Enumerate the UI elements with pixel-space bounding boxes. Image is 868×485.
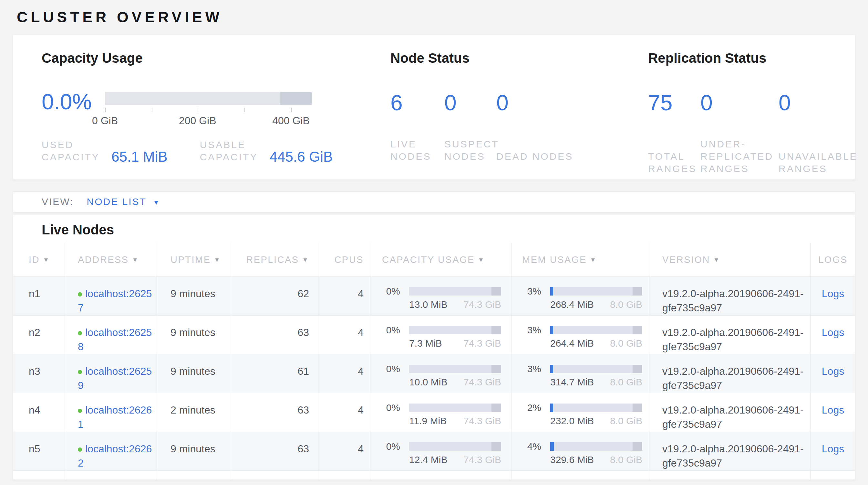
node-status-panel: Node Status 6 0 0 LIVE NODES SUSPECT NOD… bbox=[391, 50, 648, 179]
view-dropdown-value[interactable]: NODE LIST bbox=[87, 196, 146, 207]
node-logs-cell: Logs bbox=[810, 393, 855, 432]
column-header-address[interactable]: ADDRESS▼ bbox=[65, 243, 157, 277]
node-version: v19.2.0-alpha.20190606-2491-gfe735c9a97 bbox=[649, 316, 810, 354]
node-uptime: 9 minutes bbox=[157, 354, 232, 393]
column-header-mem-usage[interactable]: MEM USAGE▼ bbox=[511, 243, 649, 277]
node-uptime: 2 minutes bbox=[157, 393, 232, 432]
mem-usage-cell: 4%329.6 MiB8.0 GiB bbox=[511, 432, 649, 470]
capacity-gauge-reserved-segment bbox=[280, 92, 312, 105]
logs-link[interactable]: Logs bbox=[822, 443, 844, 455]
memory-bar bbox=[550, 326, 642, 334]
capacity-values: 12.4 MiB74.3 GiB bbox=[409, 455, 501, 465]
node-address-cell: localhost:26258 bbox=[65, 316, 157, 354]
column-header-replicas[interactable]: REPLICAS▼ bbox=[232, 243, 318, 277]
node-address-link[interactable]: localhost:26261 bbox=[78, 404, 152, 430]
chevron-down-icon[interactable]: ▼ bbox=[153, 199, 159, 206]
capacity-meter: 0%13.0 MiB74.3 GiB bbox=[382, 287, 511, 310]
capacity-bar-end-segment bbox=[492, 326, 501, 334]
table-header-row: ID▼ADDRESS▼UPTIME▼REPLICAS▼CPUSCAPACITY … bbox=[13, 243, 855, 277]
node-status-title: Node Status bbox=[391, 50, 648, 66]
view-dropdown[interactable]: NODE LIST ▼ bbox=[87, 196, 159, 207]
capacity-bar bbox=[409, 287, 501, 295]
live-status-dot-icon bbox=[78, 409, 82, 413]
column-header-label: ID bbox=[29, 254, 40, 265]
used-capacity-label: USED CAPACITY bbox=[42, 139, 103, 163]
sort-caret-icon: ▼ bbox=[478, 256, 485, 263]
column-header-label: CPUS bbox=[334, 254, 364, 265]
capacity-percent: 0% bbox=[382, 403, 400, 412]
memory-meter: 3%268.4 MiB8.0 GiB bbox=[523, 287, 649, 310]
table-row-n4: n4localhost:262612 minutes6340%11.9 MiB7… bbox=[13, 393, 855, 432]
capacity-usage-cell: 0%12.4 MiB74.3 GiB bbox=[370, 432, 511, 470]
usable-capacity-value: 445.6 GiB bbox=[270, 150, 333, 164]
capacity-percent: 0% bbox=[382, 326, 400, 334]
column-header-label: MEM USAGE bbox=[522, 254, 587, 265]
node-cpus: 4 bbox=[318, 277, 370, 315]
memory-meter: 3%264.4 MiB8.0 GiB bbox=[523, 326, 649, 348]
memory-values: 329.6 MiB8.0 GiB bbox=[550, 455, 642, 465]
capacity-bar-end-segment bbox=[492, 365, 501, 373]
view-label: VIEW: bbox=[42, 196, 73, 207]
memory-bar bbox=[550, 365, 642, 373]
replication-status-panel: Replication Status 75 0 0 TOTAL RANGES U… bbox=[648, 50, 868, 179]
memory-used-value: 232.0 MiB bbox=[550, 416, 594, 426]
node-uptime: 9 minutes bbox=[157, 277, 232, 315]
node-uptime: 9 minutes bbox=[157, 316, 232, 354]
sort-caret-icon: ▼ bbox=[590, 256, 597, 263]
node-version: v19.2.0-alpha.20190606-2491-gfe735c9a97 bbox=[649, 277, 810, 315]
node-address-link[interactable]: localhost:26259 bbox=[78, 365, 152, 391]
memory-bar bbox=[550, 442, 642, 451]
capacity-percent: 0% bbox=[382, 287, 400, 295]
logs-link[interactable]: Logs bbox=[822, 326, 844, 338]
mem-usage-cell: 3%264.4 MiB8.0 GiB bbox=[511, 316, 649, 354]
node-address-link[interactable]: localhost:26257 bbox=[78, 288, 152, 314]
column-header-cpus: CPUS bbox=[318, 243, 370, 277]
column-header-version[interactable]: VERSION▼ bbox=[649, 243, 810, 277]
node-id: n3 bbox=[13, 354, 65, 393]
logs-link[interactable]: Logs bbox=[822, 404, 844, 416]
capacity-meter: 0%7.3 MiB74.3 GiB bbox=[382, 326, 511, 348]
dead-nodes-label: DEAD NODES bbox=[496, 150, 574, 163]
node-id: n4 bbox=[13, 393, 65, 432]
column-header-id[interactable]: ID▼ bbox=[13, 243, 65, 277]
sort-caret-icon: ▼ bbox=[132, 256, 139, 263]
node-address-cell: localhost:26259 bbox=[65, 354, 157, 393]
node-version: v19.2.0-alpha.20190606-2491-gfe735c9a97 bbox=[649, 354, 810, 393]
memory-total-value: 8.0 GiB bbox=[610, 338, 642, 348]
memory-total-value: 8.0 GiB bbox=[610, 299, 642, 310]
node-logs-cell: Logs bbox=[810, 432, 855, 470]
column-header-capacity-usage[interactable]: CAPACITY USAGE▼ bbox=[370, 243, 511, 277]
capacity-bar bbox=[409, 442, 501, 451]
node-address-cell: localhost:26262 bbox=[65, 432, 157, 470]
live-nodes-label: LIVE NODES bbox=[391, 138, 444, 163]
memory-bar-used-segment bbox=[550, 326, 553, 334]
logs-link[interactable]: Logs bbox=[822, 288, 844, 299]
memory-total-value: 8.0 GiB bbox=[610, 455, 642, 465]
node-id: n1 bbox=[13, 277, 65, 315]
column-header-label: ADDRESS bbox=[78, 254, 129, 265]
live-nodes-heading: Live Nodes bbox=[42, 222, 855, 238]
live-status-dot-icon bbox=[78, 370, 82, 374]
table-row-n1: n1localhost:262579 minutes6240%13.0 MiB7… bbox=[13, 277, 855, 315]
capacity-gauge: 0 GiB 200 GiB 400 GiB bbox=[105, 92, 312, 125]
node-address-link[interactable]: localhost:26258 bbox=[78, 326, 152, 352]
used-capacity-value: 65.1 MiB bbox=[112, 150, 167, 164]
capacity-usage-panel: Capacity Usage 0.0% 0 GiB 20 bbox=[42, 50, 391, 179]
capacity-meter: 0%10.0 MiB74.3 GiB bbox=[382, 365, 511, 387]
node-logs-cell: Logs bbox=[810, 277, 855, 315]
logs-link[interactable]: Logs bbox=[822, 365, 844, 377]
replication-status-title: Replication Status bbox=[648, 50, 868, 66]
memory-percent: 4% bbox=[523, 442, 541, 451]
node-address-link[interactable]: localhost:26262 bbox=[78, 443, 152, 469]
capacity-bar bbox=[409, 403, 501, 412]
column-header-logs: LOGS bbox=[810, 243, 855, 277]
memory-bar-end-segment bbox=[632, 287, 642, 295]
memory-bar bbox=[550, 287, 642, 295]
capacity-percent: 0% bbox=[382, 365, 400, 373]
column-header-label: CAPACITY USAGE bbox=[382, 254, 475, 265]
memory-percent: 3% bbox=[523, 365, 541, 373]
live-status-dot-icon bbox=[78, 292, 82, 296]
column-header-uptime[interactable]: UPTIME▼ bbox=[157, 243, 232, 277]
capacity-used-value: 7.3 MiB bbox=[409, 338, 442, 348]
capacity-values: 10.0 MiB74.3 GiB bbox=[409, 377, 501, 387]
